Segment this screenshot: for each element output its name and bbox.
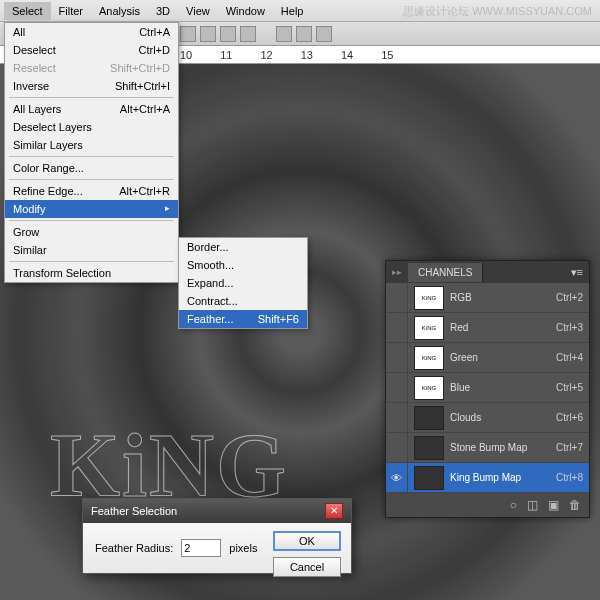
menu-item-color-range-[interactable]: Color Range... [5, 159, 178, 177]
menu-item-deselect-layers[interactable]: Deselect Layers [5, 118, 178, 136]
ruler-tick: 10 [180, 49, 192, 61]
menu-item-similar[interactable]: Similar [5, 241, 178, 259]
dialog-title: Feather Selection [91, 505, 177, 517]
menu-analysis[interactable]: Analysis [91, 2, 148, 20]
menu-item-refine-edge-[interactable]: Refine Edge...Alt+Ctrl+R [5, 182, 178, 200]
channel-name: King Bump Map [450, 472, 556, 483]
submenu-item-border-[interactable]: Border... [179, 238, 307, 256]
channel-thumbnail [414, 466, 444, 490]
tool-icon[interactable] [316, 26, 332, 42]
channel-shortcut: Ctrl+8 [556, 472, 589, 483]
channel-row-clouds[interactable]: CloudsCtrl+6 [386, 403, 589, 433]
visibility-icon[interactable] [386, 403, 408, 433]
channels-tabbar: ▸▸ CHANNELS ▾≡ [386, 261, 589, 283]
ruler-tick: 12 [261, 49, 273, 61]
ok-button[interactable]: OK [273, 531, 341, 551]
visibility-icon[interactable] [386, 433, 408, 463]
channel-name: Clouds [450, 412, 556, 423]
channel-shortcut: Ctrl+2 [556, 292, 589, 303]
feather-radius-input[interactable] [181, 539, 221, 557]
visibility-icon[interactable] [386, 313, 408, 343]
channel-row-rgb[interactable]: KiNGRGBCtrl+2 [386, 283, 589, 313]
ruler-tick: 15 [381, 49, 393, 61]
channel-thumbnail: KiNG [414, 286, 444, 310]
channel-name: Stone Bump Map [450, 442, 556, 453]
visibility-icon[interactable]: 👁 [386, 463, 408, 493]
visibility-icon[interactable] [386, 373, 408, 403]
visibility-icon[interactable] [386, 343, 408, 373]
menu-item-all[interactable]: AllCtrl+A [5, 23, 178, 41]
channels-tab[interactable]: CHANNELS [408, 263, 483, 282]
feather-radius-label: Feather Radius: [95, 542, 173, 554]
channel-thumbnail: KiNG [414, 346, 444, 370]
tool-icon[interactable] [276, 26, 292, 42]
collapse-arrows-icon[interactable]: ▸▸ [386, 267, 408, 277]
cancel-button[interactable]: Cancel [273, 557, 341, 577]
channel-shortcut: Ctrl+3 [556, 322, 589, 333]
channel-row-blue[interactable]: KiNGBlueCtrl+5 [386, 373, 589, 403]
menu-item-reselect[interactable]: ReselectShift+Ctrl+D [5, 59, 178, 77]
pixels-label: pixels [229, 542, 257, 554]
close-icon[interactable]: ✕ [325, 503, 343, 519]
select-menu-dropdown: AllCtrl+ADeselectCtrl+DReselectShift+Ctr… [4, 22, 179, 283]
visibility-icon[interactable] [386, 283, 408, 313]
dialog-titlebar[interactable]: Feather Selection ✕ [83, 499, 351, 523]
channel-row-green[interactable]: KiNGGreenCtrl+4 [386, 343, 589, 373]
feather-dialog: Feather Selection ✕ Feather Radius: pixe… [82, 498, 352, 574]
menu-window[interactable]: Window [218, 2, 273, 20]
ruler-tick: 11 [220, 49, 232, 61]
channel-name: Green [450, 352, 556, 363]
channel-name: RGB [450, 292, 556, 303]
save-selection-icon[interactable]: ◫ [527, 498, 538, 512]
submenu-item-smooth-[interactable]: Smooth... [179, 256, 307, 274]
delete-channel-icon[interactable]: 🗑 [569, 498, 581, 512]
menu-view[interactable]: View [178, 2, 218, 20]
channel-thumbnail [414, 406, 444, 430]
tool-icon[interactable] [180, 26, 196, 42]
ruler-tick: 14 [341, 49, 353, 61]
channel-row-stone-bump-map[interactable]: Stone Bump MapCtrl+7 [386, 433, 589, 463]
menu-item-similar-layers[interactable]: Similar Layers [5, 136, 178, 154]
channel-shortcut: Ctrl+4 [556, 352, 589, 363]
channel-thumbnail: KiNG [414, 376, 444, 400]
channel-row-king-bump-map[interactable]: 👁King Bump MapCtrl+8 [386, 463, 589, 493]
channel-name: Red [450, 322, 556, 333]
channel-shortcut: Ctrl+5 [556, 382, 589, 393]
channels-footer: ○ ◫ ▣ 🗑 [386, 493, 589, 517]
tool-icon[interactable] [200, 26, 216, 42]
load-selection-icon[interactable]: ○ [510, 498, 517, 512]
menu-select[interactable]: Select [4, 2, 51, 20]
menu-item-grow[interactable]: Grow [5, 223, 178, 241]
channel-row-red[interactable]: KiNGRedCtrl+3 [386, 313, 589, 343]
submenu-item-expand-[interactable]: Expand... [179, 274, 307, 292]
channels-panel[interactable]: ▸▸ CHANNELS ▾≡ KiNGRGBCtrl+2KiNGRedCtrl+… [385, 260, 590, 518]
submenu-item-feather-[interactable]: Feather...Shift+F6 [179, 310, 307, 328]
channel-name: Blue [450, 382, 556, 393]
watermark-text: 思缘设计论坛 WWW.MISSYUAN.COM [403, 4, 592, 19]
new-channel-icon[interactable]: ▣ [548, 498, 559, 512]
menu-item-deselect[interactable]: DeselectCtrl+D [5, 41, 178, 59]
tool-icon[interactable] [240, 26, 256, 42]
menu-item-modify[interactable]: Modify [5, 200, 178, 218]
channel-thumbnail [414, 436, 444, 460]
menu-help[interactable]: Help [273, 2, 312, 20]
panel-menu-icon[interactable]: ▾≡ [565, 266, 589, 279]
channel-shortcut: Ctrl+7 [556, 442, 589, 453]
menu-filter[interactable]: Filter [51, 2, 91, 20]
menu-item-all-layers[interactable]: All LayersAlt+Ctrl+A [5, 100, 178, 118]
channel-thumbnail: KiNG [414, 316, 444, 340]
ruler-tick: 13 [301, 49, 313, 61]
menu-3d[interactable]: 3D [148, 2, 178, 20]
menu-item-inverse[interactable]: InverseShift+Ctrl+I [5, 77, 178, 95]
modify-submenu: Border...Smooth...Expand...Contract...Fe… [178, 237, 308, 329]
tool-icon[interactable] [296, 26, 312, 42]
channel-shortcut: Ctrl+6 [556, 412, 589, 423]
submenu-item-contract-[interactable]: Contract... [179, 292, 307, 310]
tool-icon[interactable] [220, 26, 236, 42]
menu-item-transform-selection[interactable]: Transform Selection [5, 264, 178, 282]
